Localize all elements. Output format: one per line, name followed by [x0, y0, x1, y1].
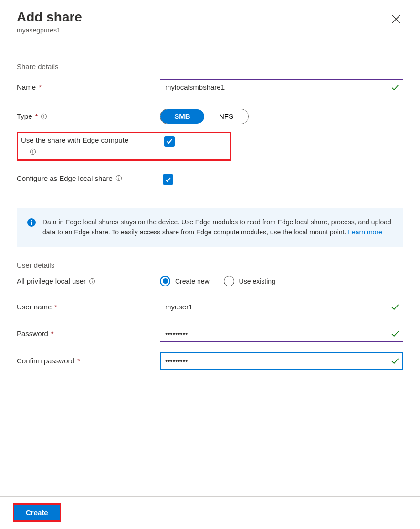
required-asterisk: *: [35, 112, 38, 120]
radio-selected-icon: [160, 276, 170, 286]
edge-compute-checkbox[interactable]: [164, 136, 175, 147]
share-details-heading: Share details: [17, 63, 403, 71]
privilege-user-row: All privilege local user Create new Use …: [17, 276, 403, 286]
radio-existing-label: Use existing: [239, 277, 275, 285]
name-label: Name: [17, 83, 36, 91]
local-share-label: Configure as Edge local share: [17, 174, 113, 182]
password-label: Password: [17, 329, 48, 338]
learn-more-link[interactable]: Learn more: [348, 228, 382, 236]
svg-point-4: [32, 150, 33, 151]
panel-header: Add share myasegpures1: [17, 9, 403, 34]
panel-subtitle: myasegpures1: [17, 26, 82, 34]
radio-unselected-icon: [224, 276, 234, 286]
username-label: User name: [17, 303, 52, 311]
required-asterisk: *: [54, 303, 57, 311]
name-input[interactable]: [160, 79, 403, 95]
username-row: User name *: [17, 299, 403, 315]
radio-create-new[interactable]: Create new: [160, 276, 210, 286]
edge-compute-highlight: Use the share with Edge compute: [17, 132, 231, 161]
confirm-password-input[interactable]: [160, 352, 403, 370]
privilege-user-label: All privilege local user: [17, 277, 86, 285]
info-callout-text: Data in Edge local shares stays on the d…: [42, 218, 391, 236]
info-icon[interactable]: [89, 278, 95, 285]
user-mode-radio-group: Create new Use existing: [160, 276, 403, 286]
required-asterisk: *: [77, 357, 80, 365]
type-row: Type * SMB NFS: [17, 109, 403, 124]
create-button[interactable]: Create: [14, 505, 60, 520]
password-input[interactable]: [160, 326, 403, 342]
svg-rect-8: [118, 178, 119, 180]
add-share-panel: Add share myasegpures1 Share details Nam…: [0, 0, 420, 529]
type-toggle: SMB NFS: [160, 109, 249, 124]
svg-rect-5: [32, 151, 33, 153]
username-input[interactable]: [160, 299, 403, 315]
edge-compute-label: Use the share with Edge compute: [21, 136, 128, 144]
svg-point-1: [44, 115, 45, 116]
svg-point-13: [92, 279, 93, 280]
password-row: Password *: [17, 326, 403, 342]
info-icon[interactable]: [41, 113, 47, 120]
close-button[interactable]: [389, 12, 403, 28]
info-icon[interactable]: [116, 175, 122, 181]
panel-footer: Create: [0, 496, 420, 529]
confirm-password-row: Confirm password *: [17, 352, 403, 370]
svg-point-7: [118, 177, 119, 178]
svg-rect-14: [92, 281, 93, 283]
user-details-heading: User details: [17, 261, 403, 269]
name-row: Name *: [17, 79, 403, 95]
type-option-nfs[interactable]: NFS: [204, 109, 248, 124]
required-asterisk: *: [39, 83, 42, 91]
svg-point-10: [31, 220, 32, 221]
info-icon[interactable]: [30, 148, 36, 155]
panel-body: Add share myasegpures1 Share details Nam…: [0, 0, 420, 496]
close-icon: [392, 18, 400, 25]
type-option-smb[interactable]: SMB: [160, 109, 204, 124]
local-share-row: Configure as Edge local share: [17, 174, 403, 185]
local-share-checkbox[interactable]: [163, 174, 173, 185]
svg-rect-11: [31, 222, 32, 225]
svg-rect-2: [44, 116, 44, 118]
type-label: Type: [17, 112, 32, 120]
panel-title: Add share: [17, 9, 82, 25]
local-share-info-callout: Data in Edge local shares stays on the d…: [17, 208, 403, 247]
info-filled-icon: [27, 218, 36, 227]
confirm-password-label: Confirm password: [17, 357, 74, 365]
radio-create-label: Create new: [175, 277, 210, 285]
required-asterisk: *: [51, 329, 54, 338]
create-button-highlight: Create: [13, 503, 61, 522]
radio-use-existing[interactable]: Use existing: [224, 276, 275, 286]
